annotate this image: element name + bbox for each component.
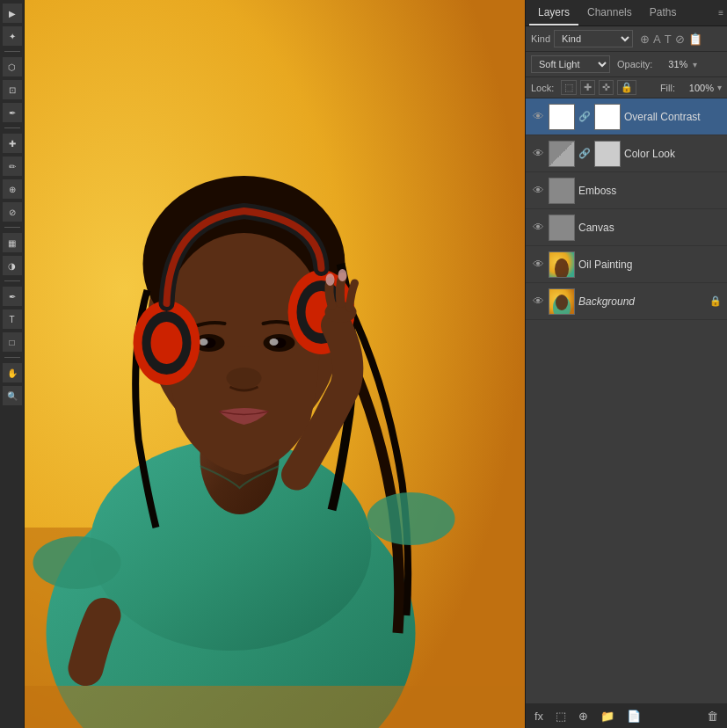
tool-healing[interactable]: ✚ xyxy=(3,134,22,153)
layer-eye-overall-contrast[interactable]: 👁 xyxy=(531,110,545,123)
svg-point-13 xyxy=(270,339,279,346)
delete-layer-button[interactable]: 🗑 xyxy=(703,708,722,724)
tool-brush[interactable]: ✏ xyxy=(3,157,22,176)
filter-icon-4: ⊘ xyxy=(675,33,685,46)
add-fx-button[interactable]: fx xyxy=(531,708,547,724)
svg-point-23 xyxy=(338,269,347,281)
filter-icon-5: 📋 xyxy=(688,33,702,46)
filter-kind-row: Kind Kind ⊕ A T ⊘ 📋 xyxy=(526,26,727,52)
new-adjustment-button[interactable]: ⊕ xyxy=(575,708,592,724)
left-toolbar: ▶ ✦ ⬡ ⊡ ✒ ✚ ✏ ⊕ ⊘ ▦ ◑ ✒ T □ ✋ 🔍 xyxy=(0,0,25,728)
tool-gradient[interactable]: ▦ xyxy=(3,233,22,252)
layer-item[interactable]: 👁 Emboss xyxy=(526,172,727,209)
layer-thumb-canvas xyxy=(549,215,575,241)
lock-artboards-btn[interactable]: ✜ xyxy=(599,80,614,95)
tool-arrow[interactable]: ▶ xyxy=(3,4,22,23)
layer-eye-background[interactable]: 👁 xyxy=(531,295,545,308)
tool-separator-5 xyxy=(4,357,20,358)
svg-point-17 xyxy=(151,322,183,364)
layer-eye-emboss[interactable]: 👁 xyxy=(531,184,545,197)
tool-stamp[interactable]: ⊕ xyxy=(3,179,22,199)
kind-select[interactable]: Kind xyxy=(554,30,633,47)
layer-item[interactable]: 👁 Background 🔒 xyxy=(526,283,727,320)
canvas-area xyxy=(25,0,525,728)
svg-point-22 xyxy=(326,273,335,286)
layer-eye-oil-painting[interactable]: 👁 xyxy=(531,258,545,271)
layer-chain-color-look: 🔗 xyxy=(578,148,591,159)
layer-name-canvas: Canvas xyxy=(578,222,722,234)
layer-lock-background: 🔒 xyxy=(709,295,722,307)
tool-hand[interactable]: ✋ xyxy=(3,363,22,382)
tool-transform[interactable]: ✦ xyxy=(3,26,22,46)
fill-label: Fill: xyxy=(660,83,675,93)
tool-text[interactable]: T xyxy=(3,309,22,329)
layers-panel: Layers Channels Paths ≡ Kind Kind ⊕ A T … xyxy=(525,0,727,728)
layer-name-oil-painting: Oil Painting xyxy=(578,258,722,271)
layer-mask-color-look xyxy=(594,141,621,167)
layer-thumb-oil-painting xyxy=(549,251,575,278)
canvas-image xyxy=(25,0,525,728)
layer-thumb-background xyxy=(549,288,575,315)
svg-point-14 xyxy=(227,368,262,389)
lock-pixels-btn[interactable]: ⬚ xyxy=(561,80,577,95)
tool-separator-4 xyxy=(4,280,20,281)
layer-name-emboss: Emboss xyxy=(578,185,722,197)
tool-blur[interactable]: ◑ xyxy=(3,256,22,275)
lock-label: Lock: xyxy=(531,83,554,93)
svg-point-24 xyxy=(33,536,121,589)
layer-thumb-emboss xyxy=(549,178,575,204)
svg-point-12 xyxy=(200,339,208,346)
lock-row: Lock: ⬚ ✚ ✜ 🔒 Fill: 100% ▾ xyxy=(526,77,727,98)
panel-tabs: Layers Channels Paths ≡ xyxy=(526,0,727,26)
tool-separator-1 xyxy=(4,51,20,52)
layer-thumb-overall-contrast xyxy=(549,104,575,130)
layers-list: 👁 🔗 Overall Contrast 👁 🔗 Color Look 👁 Em… xyxy=(526,98,727,703)
svg-rect-26 xyxy=(25,686,525,728)
svg-point-31 xyxy=(556,295,568,310)
lock-icons: ⬚ ✚ ✜ 🔒 xyxy=(561,80,636,95)
fill-arrow[interactable]: ▾ xyxy=(717,83,722,92)
opacity-arrow[interactable]: ▾ xyxy=(693,60,697,69)
layer-mask-overall-contrast xyxy=(594,104,621,130)
layers-bottom-toolbar: fx ⬚ ⊕ 📁 📄 🗑 xyxy=(526,703,727,728)
layer-item[interactable]: 👁 Canvas xyxy=(526,209,727,246)
lock-position-btn[interactable]: ✚ xyxy=(580,80,595,95)
kind-label: Kind xyxy=(531,33,550,44)
layer-item[interactable]: 👁 🔗 Overall Contrast xyxy=(526,98,727,135)
layer-item[interactable]: 👁 Oil Painting xyxy=(526,246,727,283)
layer-chain-overall-contrast: 🔗 xyxy=(578,111,591,122)
blend-opacity-row: Soft Light Normal Multiply Screen Overla… xyxy=(526,52,727,77)
layer-thumb-color-look xyxy=(549,141,575,167)
fill-value: 100% xyxy=(679,83,714,93)
filter-icon-1: ⊕ xyxy=(640,33,650,46)
tool-zoom[interactable]: 🔍 xyxy=(3,386,22,405)
tab-layers[interactable]: Layers xyxy=(529,1,578,25)
tool-separator-2 xyxy=(4,127,20,128)
filter-icon-3: T xyxy=(665,33,672,46)
tool-eyedropper[interactable]: ✒ xyxy=(3,103,22,122)
layer-item[interactable]: 👁 🔗 Color Look xyxy=(526,135,727,172)
layer-name-color-look: Color Look xyxy=(624,148,722,160)
panel-menu-icon[interactable]: ≡ xyxy=(718,8,723,18)
layer-name-background: Background xyxy=(578,295,706,308)
tab-channels[interactable]: Channels xyxy=(578,1,641,25)
tool-shape[interactable]: □ xyxy=(3,332,22,352)
layer-eye-canvas[interactable]: 👁 xyxy=(531,221,545,234)
tool-eraser[interactable]: ⊘ xyxy=(3,202,22,222)
filter-icon-2: A xyxy=(653,33,661,46)
tool-lasso[interactable]: ⬡ xyxy=(3,57,22,76)
tool-crop[interactable]: ⊡ xyxy=(3,80,22,99)
layer-name-overall-contrast: Overall Contrast xyxy=(624,111,722,123)
blend-mode-select[interactable]: Soft Light Normal Multiply Screen Overla… xyxy=(531,55,610,73)
opacity-value: 31% xyxy=(656,59,687,69)
tab-paths[interactable]: Paths xyxy=(641,1,686,25)
tool-separator-3 xyxy=(4,227,20,228)
new-layer-button[interactable]: 📄 xyxy=(623,708,644,724)
layer-eye-color-look[interactable]: 👁 xyxy=(531,147,545,160)
new-group-button[interactable]: 📁 xyxy=(597,708,618,724)
tool-pen[interactable]: ✒ xyxy=(3,287,22,306)
svg-point-25 xyxy=(367,492,455,545)
opacity-label: Opacity: xyxy=(617,59,652,69)
lock-all-btn[interactable]: 🔒 xyxy=(617,80,636,95)
add-mask-button[interactable]: ⬚ xyxy=(552,708,570,724)
